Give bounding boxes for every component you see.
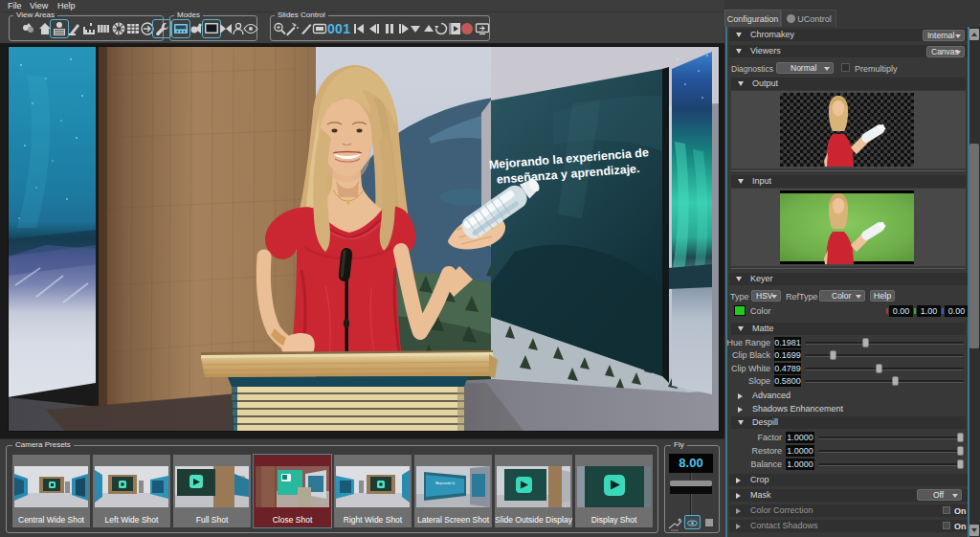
svg-text:Mejorando la: Mejorando la <box>435 481 455 485</box>
